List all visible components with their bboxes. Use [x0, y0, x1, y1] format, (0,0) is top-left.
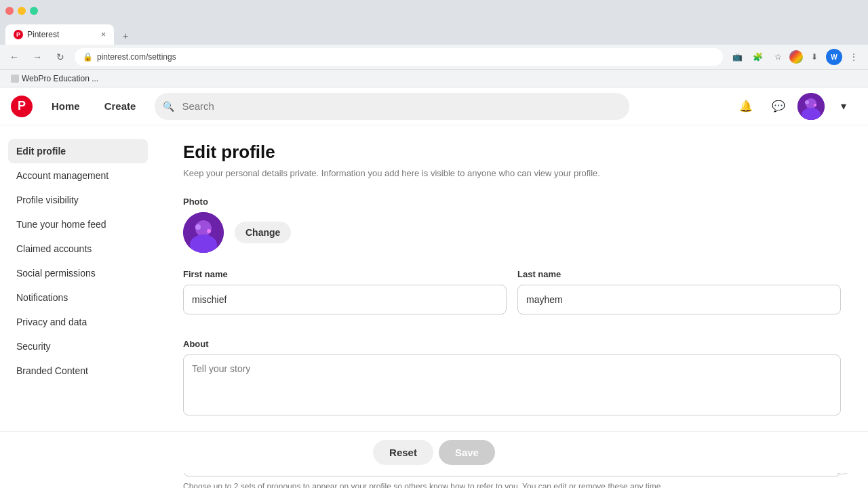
chrome-icon — [789, 50, 803, 64]
save-button[interactable]: Save — [439, 440, 495, 465]
reload-button[interactable]: ↻ — [52, 48, 69, 66]
profile-photo — [183, 212, 224, 253]
about-textarea[interactable] — [183, 354, 841, 415]
sidebar-item-edit-profile[interactable]: Edit profile — [8, 139, 148, 163]
chevron-down-icon[interactable]: ▾ — [830, 93, 857, 120]
back-button[interactable]: ← — [5, 48, 23, 66]
sidebar-item-tune-home-feed[interactable]: Tune your home feed — [8, 212, 148, 237]
svg-point-9 — [207, 229, 211, 233]
tab-close-button[interactable]: × — [101, 30, 106, 39]
new-tab-button[interactable]: + — [117, 27, 134, 45]
window-minimize-button[interactable] — [18, 7, 26, 15]
photo-label: Photo — [183, 197, 841, 207]
sidebar-item-claimed-accounts[interactable]: Claimed accounts — [8, 237, 148, 261]
nav-create[interactable]: Create — [94, 95, 147, 117]
sidebar-item-notifications[interactable]: Notifications — [8, 285, 148, 310]
avatar-preview — [183, 212, 224, 253]
window-maximize-button[interactable] — [30, 7, 38, 15]
extension-button[interactable]: 🧩 — [749, 48, 766, 66]
svg-point-8 — [195, 224, 201, 230]
screen-cast-button[interactable]: 📺 — [728, 48, 746, 66]
sidebar-item-security[interactable]: Security — [8, 334, 148, 359]
bookmark-webpro[interactable]: WebPro Education ... — [5, 73, 104, 85]
window-close-button[interactable] — [5, 7, 14, 15]
avatar-image — [797, 93, 825, 120]
bookmark-button[interactable]: ☆ — [769, 48, 787, 66]
tab-favicon — [14, 30, 23, 39]
first-name-label: First name — [183, 269, 507, 279]
change-photo-button[interactable]: Change — [235, 222, 291, 243]
user-avatar[interactable] — [797, 93, 825, 120]
pronouns-helper-text: Choose up to 2 sets of pronouns to appea… — [183, 481, 841, 489]
more-button[interactable]: ⋮ — [845, 48, 863, 66]
sidebar-item-social-permissions[interactable]: Social permissions — [8, 261, 148, 285]
page-title: Edit profile — [183, 142, 841, 163]
form-actions: Reset Save — [0, 431, 868, 473]
sidebar-item-branded-content[interactable]: Branded Content — [8, 359, 148, 383]
bookmark-favicon — [11, 75, 19, 83]
notifications-button[interactable]: 🔔 — [732, 93, 760, 120]
sidebar-item-privacy-data[interactable]: Privacy and data — [8, 310, 148, 334]
svg-point-4 — [814, 104, 816, 106]
page-subtitle: Keep your personal details private. Info… — [183, 167, 841, 180]
sidebar-item-profile-visibility[interactable]: Profile visibility — [8, 188, 148, 212]
download-button[interactable]: ⬇ — [806, 48, 823, 66]
svg-point-3 — [805, 100, 809, 104]
address-text: pinterest.com/settings — [97, 52, 176, 62]
forward-button[interactable]: → — [28, 48, 46, 66]
address-bar[interactable]: 🔒 pinterest.com/settings — [75, 48, 723, 66]
last-name-label: Last name — [517, 269, 841, 279]
nav-home[interactable]: Home — [41, 95, 91, 117]
search-input[interactable] — [155, 93, 629, 120]
browser-profile[interactable]: W — [826, 49, 842, 65]
last-name-input[interactable] — [517, 285, 841, 314]
tab-title: Pinterest — [27, 30, 97, 39]
bookmark-label: WebPro Education ... — [22, 74, 98, 83]
browser-tab[interactable]: Pinterest × — [5, 24, 114, 45]
messages-button[interactable]: 💬 — [765, 93, 792, 120]
first-name-input[interactable] — [183, 285, 507, 314]
pinterest-logo[interactable]: P — [11, 96, 33, 117]
sidebar-item-account-management[interactable]: Account management — [8, 163, 148, 188]
about-label: About — [183, 339, 841, 349]
search-icon: 🔍 — [163, 101, 174, 112]
reset-button[interactable]: Reset — [373, 440, 433, 465]
